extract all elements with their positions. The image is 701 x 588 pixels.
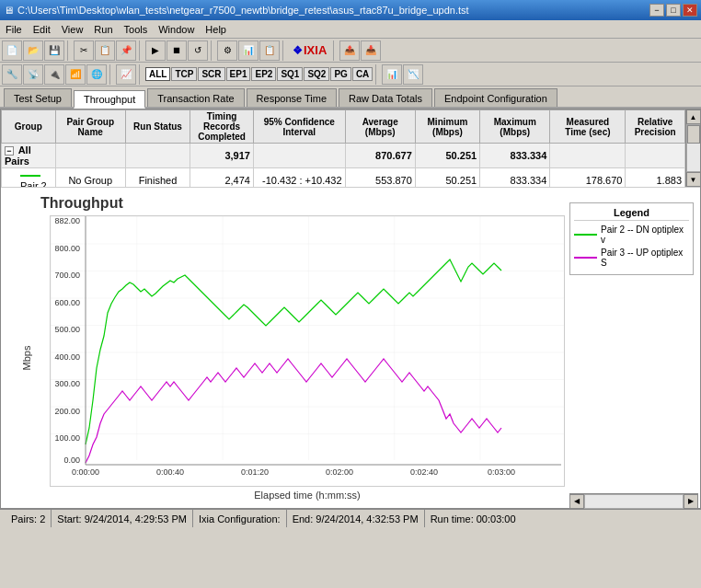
tag-sq1[interactable]: SQ1 (277, 67, 303, 81)
status-run-time: Run time: 00:03:00 (425, 510, 522, 527)
tag-ep2[interactable]: EP2 (251, 67, 276, 81)
tag-scr[interactable]: SCR (198, 67, 224, 81)
results-table: Group Pair GroupName Run Status Timing R… (1, 110, 685, 187)
menu-view[interactable]: View (56, 22, 89, 37)
minimize-button[interactable]: − (649, 4, 664, 17)
legend-horizontal-scrollbar[interactable]: ◀ ▶ (569, 493, 698, 508)
h-scroll-track[interactable] (584, 494, 684, 509)
menu-tools[interactable]: Tools (119, 22, 154, 37)
toolbar-t2-5[interactable]: 🌐 (86, 64, 107, 85)
y-axis-label: Mbps (21, 346, 32, 371)
table-vertical-scrollbar[interactable]: ▲ ▼ (685, 110, 700, 187)
tag-all[interactable]: ALL (145, 67, 170, 81)
pairs-label: Pairs: 2 (11, 513, 45, 525)
cell-prec-all (626, 144, 685, 168)
col-header-run-status: Run Status (125, 110, 190, 144)
svg-text:300.00: 300.00 (54, 379, 80, 388)
col-header-average: Average(Mbps) (345, 110, 415, 144)
toolbar-sep-1 (67, 40, 71, 61)
tag-pg[interactable]: PG (330, 67, 350, 81)
tab-raw-data-totals[interactable]: Raw Data Totals (339, 88, 432, 107)
pair2-label: Pair 2 (20, 180, 47, 187)
cell-min-all: 50.251 (415, 144, 479, 168)
toolbar-t2-3[interactable]: 🔌 (44, 64, 64, 85)
expand-icon[interactable]: − (5, 146, 14, 156)
col-header-measured: MeasuredTime (sec) (550, 110, 626, 144)
scroll-track[interactable] (686, 124, 701, 172)
menu-help[interactable]: Help (200, 22, 232, 37)
tab-transaction-rate[interactable]: Transaction Rate (147, 88, 244, 107)
legend-spacer (569, 282, 698, 493)
scroll-left-button[interactable]: ◀ (569, 494, 584, 509)
table-row: Pair 2 No Group Finished 2,474 -10.432 :… (2, 168, 685, 188)
svg-rect-0 (51, 216, 565, 460)
cell-max-pair2: 833.334 (480, 168, 550, 188)
tabs-bar: Test Setup Throughput Transaction Rate R… (0, 86, 701, 109)
maximize-button[interactable]: □ (666, 4, 681, 17)
toolbar-stop[interactable]: ⏹ (167, 40, 187, 61)
svg-text:100.00: 100.00 (54, 433, 80, 443)
toolbar-t2-1[interactable]: 🔧 (2, 64, 22, 85)
toolbar-sep-3 (211, 40, 214, 61)
legend-label-pair2: Pair 2 -- DN optiplex v (601, 225, 689, 245)
menu-bar: File Edit View Run Tools Window Help (0, 20, 701, 39)
toolbar-reset[interactable]: ↺ (188, 40, 208, 61)
end-label: End: 9/24/2014, 4:32:53 PM (293, 513, 419, 525)
toolbar-t2-4[interactable]: 📶 (65, 64, 86, 85)
tag-sq2[interactable]: SQ2 (304, 67, 329, 81)
toolbar-copy[interactable]: 📋 (95, 40, 115, 61)
toolbar-open[interactable]: 📂 (23, 40, 43, 61)
tag-ca[interactable]: CA (352, 67, 373, 81)
toolbar-t2-7[interactable]: 📊 (382, 64, 402, 85)
tab-throughput[interactable]: Throughput (74, 90, 145, 109)
toolbar-list[interactable]: 📋 (259, 40, 280, 61)
legend-color-pair2 (574, 234, 597, 236)
legend-item-pair2: Pair 2 -- DN optiplex v (574, 225, 689, 245)
toolbar-t2-2[interactable]: 📡 (23, 64, 43, 85)
scroll-thumb[interactable] (687, 125, 700, 144)
toolbar-settings[interactable]: ⚙ (217, 40, 237, 61)
toolbar-sep-5 (333, 40, 337, 61)
toolbar-t2-sep3 (375, 64, 379, 85)
data-table-wrapper: Group Pair GroupName Run Status Timing R… (1, 110, 700, 188)
scroll-up-button[interactable]: ▲ (686, 110, 701, 124)
x-axis-label: Elapsed time (h:mm:ss) (50, 490, 565, 501)
cell-ci-pair2: -10.432 : +10.432 (253, 168, 345, 188)
toolbar-export[interactable]: 📤 (339, 40, 360, 61)
scroll-down-button[interactable]: ▼ (686, 172, 701, 187)
status-start: Start: 9/24/2014, 4:29:53 PM (52, 510, 193, 527)
legend-item-pair3: Pair 3 -- UP optiplex S (574, 248, 689, 268)
svg-text:200.00: 200.00 (54, 407, 80, 416)
col-header-precision: RelativePrecision (626, 110, 685, 144)
toolbar-cut[interactable]: ✂ (74, 40, 94, 61)
col-header-timing: Timing RecordsCompleted (190, 110, 254, 144)
cell-time-all (550, 144, 626, 168)
toolbar-sep-2 (139, 40, 143, 61)
menu-run[interactable]: Run (88, 22, 118, 37)
title-bar: 🖥 C:\Users\Tim\Desktop\wlan_tests\netgea… (0, 0, 701, 20)
tab-response-time[interactable]: Response Time (247, 88, 337, 107)
close-button[interactable]: ✕ (683, 4, 697, 17)
tab-test-setup[interactable]: Test Setup (4, 88, 72, 107)
menu-file[interactable]: File (0, 22, 28, 37)
toolbar-run[interactable]: ▶ (145, 40, 166, 61)
title-text: C:\Users\Tim\Desktop\wlan_tests\netgear_… (17, 5, 469, 16)
menu-edit[interactable]: Edit (28, 22, 56, 37)
toolbar-t2-8[interactable]: 📉 (403, 64, 423, 85)
window-controls: − □ ✕ (649, 4, 697, 17)
toolbar-import[interactable]: 📥 (361, 40, 381, 61)
toolbar-save[interactable]: 💾 (44, 40, 64, 61)
tab-endpoint-config[interactable]: Endpoint Configuration (434, 88, 557, 107)
toolbar-t2-6[interactable]: 📈 (116, 64, 136, 85)
menu-window[interactable]: Window (153, 22, 200, 37)
throughput-chart: 882.00 800.00 700.00 600.00 500.00 400.0… (50, 215, 565, 487)
tag-ep1[interactable]: EP1 (226, 67, 251, 81)
toolbar-paste[interactable]: 📌 (116, 40, 136, 61)
col-header-group: Group (2, 110, 56, 144)
scroll-right-button[interactable]: ▶ (684, 494, 698, 509)
svg-text:882.00: 882.00 (54, 216, 80, 225)
toolbar-chart[interactable]: 📊 (238, 40, 259, 61)
tag-tcp[interactable]: TCP (171, 67, 197, 81)
toolbar-new[interactable]: 📄 (2, 40, 22, 61)
status-bar: Pairs: 2 Start: 9/24/2014, 4:29:53 PM Ix… (0, 509, 701, 527)
